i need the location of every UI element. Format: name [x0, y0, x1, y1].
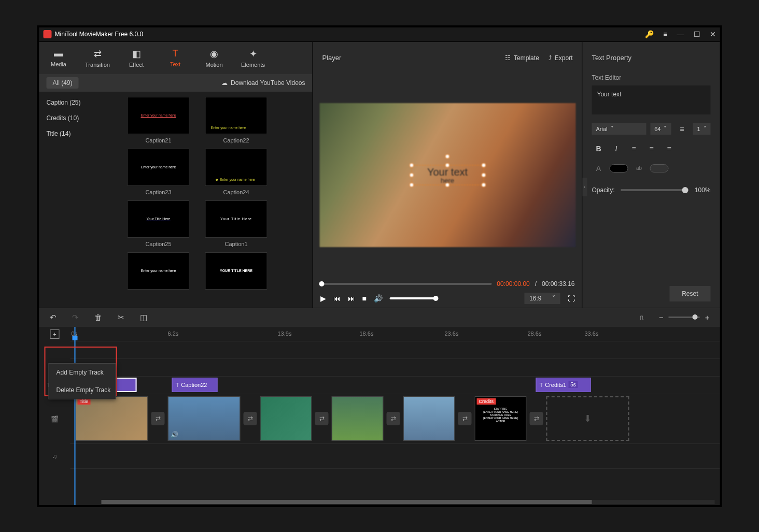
- tab-effect[interactable]: ◧Effect: [117, 42, 156, 74]
- transition-slot[interactable]: ⇄: [458, 412, 472, 425]
- zoom-slider[interactable]: [669, 317, 700, 318]
- font-select[interactable]: Arial˅: [592, 123, 646, 135]
- tab-media[interactable]: ▬Media: [39, 42, 78, 74]
- key-icon[interactable]: 🔑: [645, 30, 654, 38]
- transition-slot[interactable]: ⇄: [530, 412, 543, 425]
- text-track[interactable]: TTitle10.2s TCaption22 TCredits15s: [71, 377, 720, 394]
- text-editor-input[interactable]: Your text: [592, 85, 711, 114]
- export-button[interactable]: ⤴Export: [549, 54, 573, 62]
- time-current: 00:00:00.00: [497, 280, 529, 287]
- line-spacing-select[interactable]: 1˅: [693, 123, 710, 135]
- thumbnail-item[interactable]: ☻ Enter your name hereCaption24: [200, 149, 273, 195]
- transition-slot[interactable]: ⇄: [244, 412, 257, 425]
- seek-slider[interactable]: [320, 283, 492, 285]
- transition-slot[interactable]: ⇄: [151, 412, 165, 425]
- zoom-out-button[interactable]: −: [659, 313, 664, 322]
- download-youtube-link[interactable]: ☁Download YouTube Videos: [221, 79, 305, 87]
- template-button[interactable]: ☷Template: [505, 54, 539, 62]
- add-track-button[interactable]: +: [50, 329, 60, 339]
- reset-button[interactable]: Reset: [669, 286, 710, 301]
- align-right-button[interactable]: ≡: [663, 142, 676, 155]
- tab-elements[interactable]: ✦Elements: [234, 42, 273, 74]
- zoom-in-button[interactable]: +: [705, 313, 710, 322]
- font-size-select[interactable]: 64˅: [650, 123, 671, 135]
- text-color-swatch[interactable]: [610, 164, 628, 172]
- menu-icon[interactable]: ≡: [663, 30, 667, 38]
- audio-track-icon: ♫: [39, 444, 71, 469]
- rotate-handle[interactable]: [445, 154, 449, 159]
- thumbnail-item[interactable]: Your Title HereCaption1: [200, 200, 273, 247]
- minimize-button[interactable]: —: [677, 30, 684, 38]
- thumbnail-item[interactable]: YOUR TITLE HERE: [200, 252, 273, 293]
- video-clip[interactable]: CreditsSTARRING[ENTER YOUR NAME HERE]STA…: [475, 396, 527, 441]
- video-clip[interactable]: [332, 396, 384, 441]
- bold-button[interactable]: B: [592, 142, 606, 155]
- resize-handle[interactable]: [481, 172, 486, 177]
- effect-icon: ◧: [132, 48, 141, 60]
- timeline-ruler[interactable]: 0s 6.2s 13.9s 18.6s 23.6s 28.6s 33.6s: [71, 327, 720, 341]
- playhead[interactable]: [75, 327, 76, 505]
- category-all[interactable]: All (49): [47, 77, 79, 89]
- horizontal-scrollbar[interactable]: [102, 500, 715, 504]
- context-menu-item-add[interactable]: Add Empty Track: [49, 364, 116, 381]
- folder-icon: ▬: [54, 48, 63, 59]
- thumbnail-item[interactable]: Enter your name hereCaption22: [200, 97, 273, 143]
- transition-slot[interactable]: ⇄: [387, 412, 400, 425]
- resize-handle[interactable]: [409, 172, 414, 177]
- highlight-color-swatch[interactable]: [650, 164, 669, 172]
- volume-icon[interactable]: 🔊: [374, 294, 383, 303]
- italic-button[interactable]: I: [610, 142, 623, 155]
- prev-frame-button[interactable]: ⏮: [333, 294, 341, 303]
- thumbnail-item[interactable]: Enter your name hereCaption23: [122, 149, 195, 195]
- aspect-ratio-select[interactable]: 16:9˅: [524, 293, 560, 304]
- split-button[interactable]: ✂: [118, 313, 124, 322]
- video-clip[interactable]: Title: [76, 396, 148, 441]
- context-menu-item-delete[interactable]: Delete Empty Track: [49, 381, 116, 399]
- thumbnail-item[interactable]: Your Title HereCaption25: [122, 200, 195, 247]
- preview-canvas[interactable]: Your text here: [319, 103, 575, 247]
- video-clip[interactable]: 🔊: [168, 396, 241, 441]
- redo-button[interactable]: ↷: [72, 313, 79, 322]
- thumbnail-item[interactable]: Enter your name hereCaption21: [122, 97, 195, 143]
- fullscreen-button[interactable]: ⛶: [568, 294, 575, 303]
- thumbnail-grid[interactable]: Enter your name hereCaption21 Enter your…: [117, 92, 313, 308]
- tab-text[interactable]: TText: [156, 42, 195, 74]
- resize-handle[interactable]: [409, 183, 414, 188]
- transition-slot[interactable]: ⇄: [315, 412, 329, 425]
- collapse-panel-button[interactable]: ‹: [583, 178, 587, 196]
- snap-icon[interactable]: ⎍: [640, 314, 643, 321]
- video-clip[interactable]: [403, 396, 455, 441]
- play-button[interactable]: ▶: [320, 294, 326, 303]
- resize-handle[interactable]: [481, 183, 486, 188]
- drop-zone[interactable]: ⬇: [546, 396, 629, 441]
- next-frame-button[interactable]: ⏭: [348, 294, 355, 303]
- resize-handle[interactable]: [409, 163, 414, 168]
- maximize-button[interactable]: ☐: [694, 30, 700, 38]
- text-clip[interactable]: TCaption22: [172, 378, 218, 392]
- delete-button[interactable]: 🗑: [94, 313, 102, 322]
- undo-button[interactable]: ↶: [50, 313, 57, 322]
- side-cat-title[interactable]: Title (14): [39, 126, 117, 141]
- tab-transition[interactable]: ⇄Transition: [78, 42, 117, 74]
- app-title: MiniTool MovieMaker Free 6.0.0: [55, 31, 645, 38]
- align-center-button[interactable]: ≡: [645, 142, 658, 155]
- tab-motion[interactable]: ◉Motion: [195, 42, 234, 74]
- thumbnail-item[interactable]: Enter your name here: [122, 252, 195, 293]
- text-clip[interactable]: TCredits15s: [536, 378, 591, 392]
- side-cat-credits[interactable]: Credits (10): [39, 110, 117, 126]
- video-clip[interactable]: [260, 396, 312, 441]
- resize-handle[interactable]: [445, 183, 449, 188]
- opacity-slider[interactable]: [621, 189, 688, 191]
- resize-handle[interactable]: [481, 163, 486, 168]
- audio-track[interactable]: [71, 444, 720, 469]
- video-track-icon: 🎬: [39, 394, 71, 444]
- text-overlay[interactable]: Your text here: [411, 165, 484, 185]
- stop-button[interactable]: ■: [362, 294, 367, 303]
- timeline-tracks[interactable]: 0s 6.2s 13.9s 18.6s 23.6s 28.6s 33.6s TT…: [71, 327, 720, 505]
- crop-button[interactable]: ◫: [140, 313, 147, 322]
- close-button[interactable]: ✕: [710, 30, 716, 38]
- align-left-button[interactable]: ≡: [627, 142, 641, 155]
- volume-slider[interactable]: [390, 297, 437, 299]
- side-cat-caption[interactable]: Caption (25): [39, 95, 117, 110]
- video-track[interactable]: Title ⇄ 🔊 ⇄ ⇄ ⇄ ⇄ CreditsSTARRING[ENTER …: [71, 394, 720, 444]
